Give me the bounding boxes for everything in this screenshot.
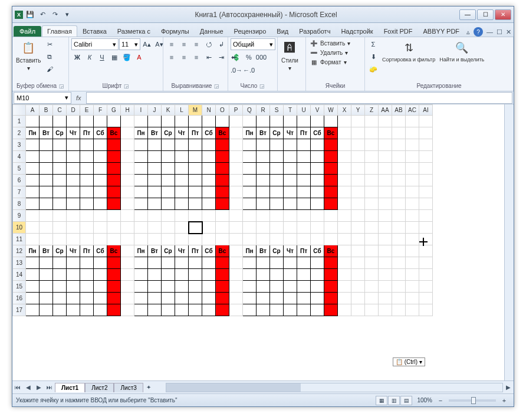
cell[interactable] — [229, 293, 243, 304]
col-header[interactable]: E — [80, 105, 94, 116]
cell[interactable] — [365, 304, 379, 316]
cell[interactable] — [406, 139, 419, 151]
cell[interactable]: Сб — [94, 245, 107, 257]
align-center-icon[interactable]: ≡ — [178, 51, 190, 63]
cell[interactable]: Вс — [216, 245, 229, 257]
cell[interactable] — [202, 222, 216, 234]
cell[interactable] — [175, 116, 189, 127]
cell[interactable] — [392, 163, 406, 175]
cell[interactable] — [324, 281, 338, 293]
cell[interactable] — [243, 186, 257, 198]
cell[interactable] — [379, 304, 392, 316]
tab-developer[interactable]: Разработч — [294, 25, 336, 37]
cell[interactable] — [53, 234, 67, 245]
cell[interactable] — [365, 245, 379, 257]
cell[interactable]: Пт — [189, 127, 202, 139]
cell[interactable] — [243, 304, 257, 316]
cell[interactable] — [229, 186, 243, 198]
cell[interactable] — [270, 222, 284, 234]
cell[interactable] — [351, 163, 365, 175]
cell[interactable] — [216, 186, 229, 198]
cell[interactable] — [107, 304, 121, 316]
cell[interactable] — [419, 269, 433, 281]
cell[interactable] — [162, 269, 175, 281]
col-header[interactable]: F — [94, 105, 107, 116]
cell[interactable]: Пн — [243, 245, 257, 257]
col-header[interactable]: W — [324, 105, 338, 116]
cell[interactable] — [175, 175, 189, 186]
cell[interactable] — [134, 269, 148, 281]
cell[interactable] — [121, 163, 134, 175]
cell[interactable] — [311, 186, 324, 198]
cell[interactable] — [148, 210, 162, 222]
cell[interactable] — [107, 186, 121, 198]
col-header[interactable]: M — [189, 105, 202, 116]
cell[interactable] — [67, 257, 80, 269]
cell[interactable] — [175, 222, 189, 234]
cell[interactable] — [121, 269, 134, 281]
row-header[interactable]: 8 — [13, 198, 26, 210]
cell[interactable] — [26, 198, 40, 210]
cell[interactable] — [229, 245, 243, 257]
cell[interactable] — [229, 198, 243, 210]
cell[interactable] — [419, 257, 433, 269]
cell[interactable] — [284, 210, 297, 222]
horizontal-scrollbar[interactable] — [166, 383, 503, 392]
cell[interactable] — [229, 210, 243, 222]
cell[interactable] — [40, 234, 53, 245]
cell[interactable] — [406, 175, 419, 186]
zoom-in-icon[interactable]: + — [498, 395, 510, 406]
maximize-button[interactable]: ☐ — [477, 9, 494, 20]
cell[interactable] — [107, 198, 121, 210]
cell[interactable] — [419, 127, 433, 139]
cell[interactable] — [297, 210, 311, 222]
font-size-select[interactable]: 11▾ — [119, 38, 140, 50]
cell[interactable] — [216, 304, 229, 316]
cell[interactable] — [351, 210, 365, 222]
cell[interactable] — [40, 257, 53, 269]
cell[interactable] — [134, 163, 148, 175]
cell[interactable] — [189, 234, 202, 245]
cell[interactable]: Ср — [270, 245, 284, 257]
cell[interactable] — [270, 163, 284, 175]
row-header[interactable]: 12 — [13, 245, 26, 257]
cell[interactable] — [175, 186, 189, 198]
cell[interactable] — [243, 198, 257, 210]
cell[interactable] — [40, 198, 53, 210]
cell[interactable] — [134, 210, 148, 222]
cell[interactable] — [419, 186, 433, 198]
cell[interactable] — [365, 269, 379, 281]
cell[interactable] — [311, 175, 324, 186]
cell[interactable] — [392, 257, 406, 269]
cell[interactable] — [80, 139, 94, 151]
cell[interactable] — [40, 293, 53, 304]
cell[interactable] — [134, 281, 148, 293]
cell[interactable] — [107, 222, 121, 234]
cell[interactable] — [67, 175, 80, 186]
cell[interactable] — [134, 304, 148, 316]
cell[interactable] — [297, 222, 311, 234]
cell[interactable] — [324, 304, 338, 316]
cell[interactable] — [80, 175, 94, 186]
cell[interactable] — [297, 163, 311, 175]
col-header[interactable]: K — [162, 105, 175, 116]
cell[interactable] — [26, 116, 40, 127]
cell[interactable] — [107, 269, 121, 281]
cell[interactable] — [392, 139, 406, 151]
cell[interactable] — [392, 151, 406, 163]
cell[interactable] — [134, 116, 148, 127]
sheet-tab-1[interactable]: Лист1 — [55, 383, 85, 392]
col-header[interactable]: Q — [243, 105, 257, 116]
cell[interactable] — [297, 198, 311, 210]
align-left-icon[interactable]: ≡ — [166, 51, 177, 63]
cell[interactable] — [162, 151, 175, 163]
cell[interactable] — [270, 304, 284, 316]
cell[interactable] — [379, 293, 392, 304]
cell[interactable] — [257, 304, 270, 316]
cell[interactable] — [148, 222, 162, 234]
sort-filter-button[interactable]: ⇅ Сортировка и фильтр — [381, 38, 436, 64]
cell[interactable] — [379, 116, 392, 127]
cell[interactable] — [107, 257, 121, 269]
cell[interactable] — [270, 198, 284, 210]
cell[interactable] — [311, 257, 324, 269]
